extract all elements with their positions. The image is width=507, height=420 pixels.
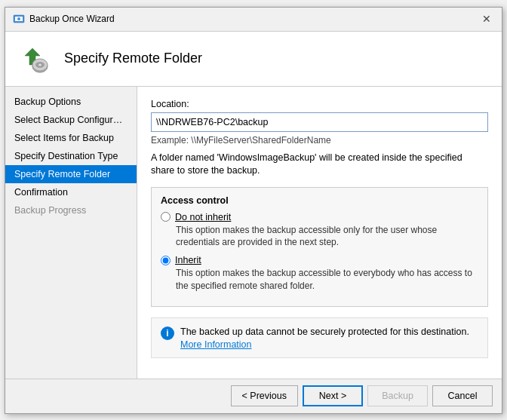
example-text: Example: \\MyFileServer\SharedFolderName xyxy=(151,135,488,146)
warning-box: i The backed up data cannot be securely … xyxy=(151,317,488,359)
footer: < Previous Next > Backup Cancel xyxy=(5,379,502,413)
inherit-desc: This option makes the backup accessible … xyxy=(176,267,478,293)
close-button[interactable]: ✕ xyxy=(479,11,494,26)
more-info-link[interactable]: More Information xyxy=(180,339,251,350)
warning-text: The backed up data cannot be securely pr… xyxy=(180,326,469,339)
backup-wizard-icon xyxy=(13,13,25,25)
header-icon xyxy=(17,41,54,77)
info-icon: i xyxy=(161,326,174,340)
previous-button[interactable]: < Previous xyxy=(231,385,298,406)
header-icon-wrap xyxy=(17,41,54,77)
sidebar-item-specify-remote[interactable]: Specify Remote Folder xyxy=(5,165,137,183)
sidebar-item-backup-options[interactable]: Backup Options xyxy=(5,93,137,111)
inherit-label[interactable]: Inherit xyxy=(175,255,201,265)
sidebar-item-specify-destination[interactable]: Specify Destination Type xyxy=(5,147,137,165)
location-label: Location: xyxy=(151,99,488,109)
access-control-box: Access control Do not inherit This optio… xyxy=(151,187,488,307)
access-control-title: Access control xyxy=(161,195,478,206)
title-bar: Backup Once Wizard ✕ xyxy=(5,8,502,32)
main-window: Backup Once Wizard ✕ Specify Remote Fold… xyxy=(5,7,502,414)
cancel-button[interactable]: Cancel xyxy=(432,385,493,406)
window-title: Backup Once Wizard xyxy=(29,14,115,24)
backup-button: Backup xyxy=(367,385,428,406)
content-area: Backup Options Select Backup Configurat.… xyxy=(5,87,502,379)
svg-point-6 xyxy=(38,63,41,66)
sidebar-item-backup-progress: Backup Progress xyxy=(5,201,137,219)
sidebar-item-select-items[interactable]: Select Items for Backup xyxy=(5,129,137,147)
next-button[interactable]: Next > xyxy=(303,385,363,406)
do-not-inherit-radio[interactable] xyxy=(161,212,171,222)
title-bar-left: Backup Once Wizard xyxy=(13,13,115,25)
svg-point-2 xyxy=(17,17,20,20)
do-not-inherit-label[interactable]: Do not inherit xyxy=(175,212,231,222)
warning-content: The backed up data cannot be securely pr… xyxy=(180,326,469,351)
radio-option-do-not-inherit: Do not inherit This option makes the bac… xyxy=(161,212,478,250)
do-not-inherit-desc: This option makes the backup accessible … xyxy=(176,224,478,250)
sidebar-item-select-backup-config[interactable]: Select Backup Configurat... xyxy=(5,111,137,129)
location-input[interactable] xyxy=(151,112,488,132)
page-title: Specify Remote Folder xyxy=(64,51,202,66)
inherit-radio[interactable] xyxy=(161,256,171,265)
header-area: Specify Remote Folder xyxy=(5,32,502,87)
folder-info-text: A folder named 'WindowsImageBackup' will… xyxy=(151,152,488,178)
radio-option-inherit: Inherit This option makes the backup acc… xyxy=(161,255,478,293)
main-panel: Location: Example: \\MyFileServer\Shared… xyxy=(137,87,502,379)
sidebar-item-confirmation[interactable]: Confirmation xyxy=(5,183,137,201)
sidebar: Backup Options Select Backup Configurat.… xyxy=(5,87,137,379)
